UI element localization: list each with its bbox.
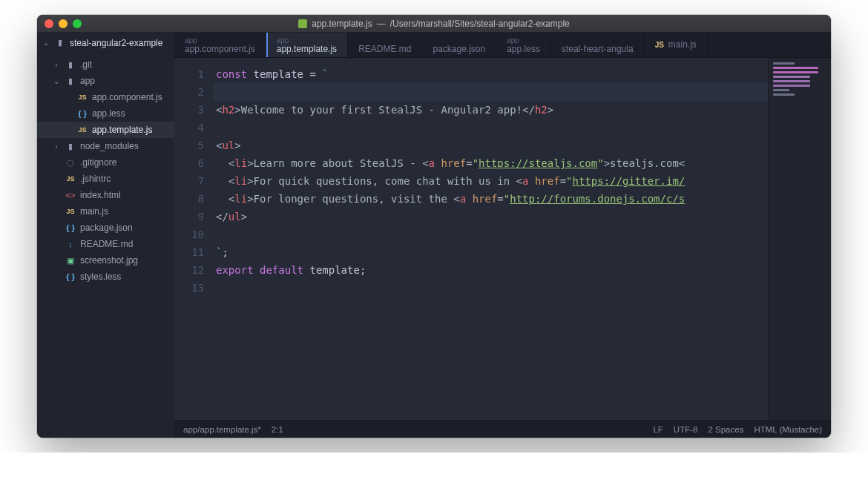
status-lang[interactable]: HTML (Mustache) — [754, 425, 822, 434]
tree-item-main-js[interactable]: JSmain.js — [37, 203, 174, 220]
tree-item-readme-md[interactable]: ↓README.md — [37, 236, 174, 252]
tab-label: package.json — [433, 45, 485, 54]
minimize-window-button[interactable] — [59, 19, 68, 28]
tree-item--git[interactable]: ›▮.git — [37, 56, 174, 73]
line-number: 2 — [174, 83, 204, 101]
tab-subtitle: app — [507, 36, 540, 45]
folder-icon: ▮ — [55, 38, 65, 47]
tab-subtitle — [562, 36, 634, 45]
tree-item-label: .jshintrc — [80, 174, 111, 184]
chevron-down-icon: ⌄ — [43, 39, 49, 47]
tab-label: app.component.js — [185, 45, 255, 54]
tab-subtitle — [433, 36, 485, 45]
title-path: /Users/marshall/Sites/steal-angular2-exa… — [390, 19, 570, 29]
code-area[interactable]: const template = ` <h2>Welcome to your f… — [213, 58, 768, 420]
close-window-button[interactable] — [45, 19, 53, 28]
tab-app-template-js[interactable]: appapp.template.js — [266, 33, 348, 57]
code-line[interactable]: `; — [216, 243, 768, 261]
less-icon: { } — [65, 272, 76, 281]
code-line[interactable]: const template = ` — [216, 65, 768, 83]
code-line[interactable]: <li>Learn more about StealJS - <a href="… — [216, 154, 768, 172]
tree-item-screenshot-jpg[interactable]: ▣screenshot.jpg — [37, 252, 174, 269]
tab-label: README.md — [358, 45, 411, 54]
tab-app-component-js[interactable]: appapp.component.js — [174, 33, 266, 57]
tab-package-json[interactable]: package.json — [422, 33, 496, 57]
line-number: 7 — [174, 172, 204, 190]
line-number: 13 — [174, 279, 204, 297]
tree-item-app-less[interactable]: { }app.less — [37, 105, 174, 122]
tree-item-index-html[interactable]: <>index.html — [37, 187, 174, 203]
tree-item-label: package.json — [80, 223, 133, 233]
line-number: 11 — [174, 243, 204, 261]
code-line[interactable]: <h2>Welcome to your first StealJS - Angu… — [216, 101, 768, 119]
status-indent[interactable]: 2 Spaces — [708, 425, 743, 434]
tab-steal-heart-angula[interactable]: steal-heart-angula — [551, 33, 645, 57]
tree-item-package-json[interactable]: { }package.json — [37, 220, 174, 236]
editor[interactable]: 12345678910111213 const template = ` <h2… — [174, 58, 831, 420]
tree-item-app-component-js[interactable]: JSapp.component.js — [37, 89, 174, 105]
code-line[interactable]: <ul> — [216, 136, 768, 154]
tree-item-styles-less[interactable]: { }styles.less — [37, 269, 174, 285]
status-cursor[interactable]: 2:1 — [272, 425, 283, 434]
tree-item--gitignore[interactable]: ◌.gitignore — [37, 154, 174, 171]
tab-label: steal-heart-angula — [562, 45, 634, 54]
tab-bar: appapp.component.jsappapp.template.js RE… — [174, 33, 831, 58]
tab-main-js[interactable]: JSmain.js — [645, 33, 708, 57]
editor-column: appapp.component.jsappapp.template.js RE… — [174, 33, 831, 438]
chevron-right-icon: › — [53, 142, 59, 151]
js-icon: JS — [77, 93, 88, 101]
tree-item-node-modules[interactable]: ›▮node_modules — [37, 138, 174, 154]
window-title: app.template.js — /Users/marshall/Sites/… — [89, 19, 779, 29]
chevron-down-icon: ⌄ — [53, 77, 59, 85]
titlebar: app.template.js — /Users/marshall/Sites/… — [37, 15, 831, 33]
tab-subtitle — [358, 36, 411, 45]
file-icon — [298, 19, 307, 28]
tab-label: app.less — [507, 45, 540, 54]
minimap[interactable] — [768, 58, 831, 420]
status-file[interactable]: app/app.template.js* — [183, 425, 261, 434]
tree-item-label: app.less — [92, 108, 125, 119]
tab-app-less[interactable]: appapp.less — [496, 33, 551, 57]
zoom-window-button[interactable] — [73, 19, 82, 28]
status-enc[interactable]: UTF-8 — [674, 425, 698, 434]
code-line[interactable] — [213, 83, 768, 101]
code-line[interactable] — [216, 119, 768, 136]
chevron-right-icon: › — [53, 61, 59, 69]
tree-item-label: node_modules — [80, 141, 139, 151]
folder-icon: ▮ — [65, 60, 76, 70]
code-line[interactable]: <li>For quick questions, come chat with … — [216, 172, 768, 190]
project-root-label: steal-angular2-example — [70, 38, 162, 48]
html-icon: <> — [65, 191, 76, 200]
tree-item-label: screenshot.jpg — [80, 255, 138, 266]
code-line[interactable] — [216, 279, 768, 297]
tab-label: main.js — [668, 40, 697, 50]
js-icon: JS — [65, 175, 76, 182]
editor-window: app.template.js — /Users/marshall/Sites/… — [37, 15, 831, 438]
code-line[interactable] — [216, 226, 768, 243]
js-icon: JS — [65, 208, 76, 215]
tree-item-app[interactable]: ⌄▮app — [37, 73, 174, 89]
window-controls — [45, 19, 82, 28]
sidebar: ⌄ ▮ steal-angular2-example ›▮.git⌄▮appJS… — [37, 33, 174, 438]
code-line[interactable]: <li>For longer questions, visit the <a h… — [216, 190, 768, 208]
tree-item--jshintrc[interactable]: JS.jshintrc — [37, 171, 174, 187]
tab-subtitle: app — [185, 36, 255, 45]
title-sep: — — [377, 19, 386, 29]
line-number: 6 — [174, 154, 204, 172]
tree-item-label: index.html — [80, 190, 121, 200]
tree-item-app-template-js[interactable]: JSapp.template.js — [37, 122, 174, 138]
tree-item-label: .git — [80, 59, 92, 70]
js-icon: JS — [655, 41, 664, 49]
status-eol[interactable]: LF — [653, 425, 662, 434]
code-line[interactable]: </ul> — [216, 208, 768, 226]
tab-readme-md[interactable]: README.md — [348, 33, 422, 57]
tree-item-label: app.template.js — [92, 125, 152, 135]
tab-label: app.template.js — [277, 45, 337, 54]
project-root[interactable]: ⌄ ▮ steal-angular2-example — [37, 33, 174, 53]
line-number: 10 — [174, 226, 204, 243]
line-number: 3 — [174, 101, 204, 119]
file-tree: ›▮.git⌄▮appJSapp.component.js{ }app.less… — [37, 53, 174, 288]
line-number: 1 — [174, 65, 204, 83]
code-line[interactable]: export default template; — [216, 261, 768, 279]
js-icon: JS — [77, 126, 88, 134]
